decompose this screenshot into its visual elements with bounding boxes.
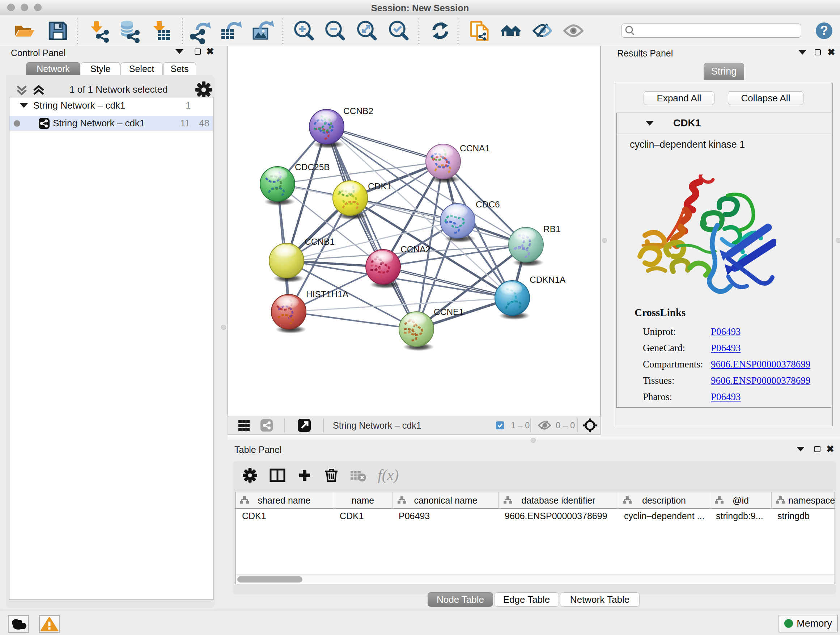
svg-text:CDKN1A: CDKN1A (530, 275, 566, 285)
svg-text:CCNA2: CCNA2 (401, 244, 431, 254)
svg-text:f(x): f(x) (378, 467, 399, 484)
svg-text:CCNE1: CCNE1 (434, 307, 464, 317)
svg-text:HIST1H1A: HIST1H1A (306, 289, 349, 299)
svg-text:CDC25B: CDC25B (295, 162, 330, 172)
svg-text:CCNB2: CCNB2 (343, 106, 373, 116)
svg-text:CDK1: CDK1 (368, 181, 392, 191)
svg-text:?: ? (820, 23, 828, 38)
svg-text:0 – 0: 0 – 0 (556, 420, 575, 430)
svg-text:1 – 0: 1 – 0 (511, 421, 530, 430)
svg-text:RB1: RB1 (543, 224, 561, 234)
svg-text:CCNB1: CCNB1 (305, 237, 335, 247)
svg-text:String Network – cdk1: String Network – cdk1 (333, 420, 422, 431)
svg-text:CCNA1: CCNA1 (460, 143, 490, 153)
svg-text:CDC6: CDC6 (476, 200, 500, 209)
